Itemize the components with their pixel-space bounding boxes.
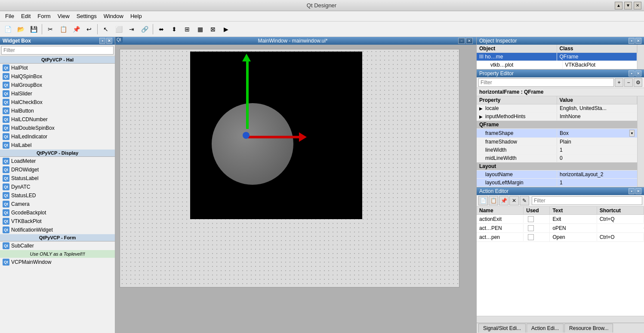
action-edit-btn[interactable]: ✎ [520,196,529,205]
close-btn[interactable]: ✕ [634,2,641,9]
action-row[interactable]: act…PEN oPEN [477,224,644,233]
menu-window[interactable]: Window [100,12,127,20]
property-value-cell[interactable]: 0 [557,154,637,162]
list-item[interactable]: Qt StatusLED [0,191,115,200]
property-float-btn[interactable]: ▪ [629,70,635,76]
menu-file[interactable]: File [2,12,18,20]
menu-help[interactable]: Help [127,12,145,20]
action-new-btn[interactable]: 📄 [478,196,488,205]
designer-minimize-btn[interactable]: − [458,38,465,44]
toolbar-save[interactable]: 💾 [28,23,40,35]
inspector-row[interactable]: III ho…me QFrame [477,53,637,61]
list-item[interactable]: Qt Camera [0,200,115,208]
toolbar-widget-editor[interactable]: ⬜ [113,23,125,35]
action-row[interactable]: act…pen Open Ctrl+O [477,233,644,242]
property-row[interactable]: layoutName horizontalLayout_2 [477,171,637,179]
list-item[interactable]: Qt VTKBackPlot [0,217,115,226]
property-row[interactable]: frameShape Box ▼ [477,129,637,138]
expand-icon[interactable]: ▶ [479,106,484,111]
action-float-btn[interactable]: ▪ [629,188,635,194]
expand-icon[interactable]: ▶ [479,114,484,119]
property-row[interactable]: ▶ locale English, UnitedSta... [477,104,637,113]
menu-edit[interactable]: Edit [18,12,34,20]
list-item[interactable]: Qt DROWidget [0,165,115,174]
action-filter-input[interactable] [532,196,642,205]
vtk-backplot-area[interactable] [190,52,362,219]
menu-form[interactable]: Form [34,12,54,20]
list-item[interactable]: Qt HalLedIndicator [0,132,115,141]
list-item[interactable]: Qt HalSlider [0,89,115,98]
toolbar-layout-break[interactable]: ⊠ [207,23,219,35]
property-configure-btn[interactable]: ⚙ [634,78,642,87]
toolbar-undo[interactable]: ↩ [83,23,95,35]
action-paste-btn[interactable]: 📌 [499,196,508,205]
list-item[interactable]: Qt NotificationWidget [0,226,115,234]
property-row[interactable]: layoutLeftMargin 1 [477,179,637,187]
toolbar-cut[interactable]: ✂ [44,23,56,35]
property-value-cell[interactable]: 1 [557,146,637,154]
toolbar-copy[interactable]: 📋 [57,23,69,35]
menu-view[interactable]: View [54,12,73,20]
toolbar-paste[interactable]: 📌 [70,23,82,35]
toolbar-preview[interactable]: ▶ [220,23,232,35]
list-item[interactable]: Qt HalLCDNumber [0,115,115,124]
inspector-scrollbar[interactable] [637,45,644,69]
tab-resource-browser[interactable]: Resource Brow... [564,324,613,333]
action-close-btn[interactable]: ✕ [635,188,641,194]
property-filter-input[interactable] [478,78,614,87]
designer-canvas-wrapper[interactable] [115,45,476,333]
property-scrollbar[interactable] [637,96,644,187]
property-row[interactable]: frameShadow Plain [477,138,637,146]
list-item[interactable]: Qt HalLabel [0,141,115,150]
restore-btn[interactable]: ▼ [624,2,632,9]
minimize-btn[interactable]: ▲ [615,2,622,9]
list-item[interactable]: Qt HalButton [0,107,115,115]
tab-action-editor[interactable]: Action Edi... [527,324,564,333]
property-close-btn[interactable]: ✕ [635,70,641,76]
list-item[interactable]: Qt HalPlot [0,64,115,72]
toolbar-layout-h[interactable]: ⬌ [155,23,167,35]
inspector-close-btn[interactable]: ✕ [635,38,641,44]
widget-box-float-btn[interactable]: ▪ [99,38,105,44]
list-item[interactable]: Qt StatusLabel [0,174,115,183]
tab-signal-slot[interactable]: Signal/Slot Edi... [478,324,526,333]
menu-settings[interactable]: Settings [73,12,100,20]
inspector-float-btn[interactable]: ▪ [629,38,635,44]
property-value-cell[interactable]: Box ▼ [557,129,637,137]
inspector-row[interactable]: vtkb…plot VTKBackPlot [477,61,637,69]
action-delete-btn[interactable]: ✕ [509,196,519,205]
toolbar-tab-order[interactable]: ⇥ [126,23,138,35]
property-value-cell[interactable]: English, UnitedSta... [557,104,637,112]
action-used-checkbox[interactable] [528,234,534,240]
list-item[interactable]: Qt DynATC [0,183,115,191]
list-item[interactable]: Qt VCPMainWindow [0,258,115,266]
widget-box-close-btn[interactable]: ✕ [106,38,112,44]
list-item[interactable]: Qt HalCheckBox [0,98,115,107]
action-row[interactable]: actionExit Exit Ctrl+Q [477,215,644,224]
property-value-cell[interactable]: ImhNone [557,113,637,120]
designer-close-btn[interactable]: ✕ [466,38,473,44]
toolbar-layout-grid[interactable]: ⊞ [181,23,193,35]
designer-canvas[interactable] [120,49,459,287]
toolbar-pointer[interactable]: ↖ [100,23,112,35]
action-used-checkbox[interactable] [528,225,534,231]
property-row[interactable]: ▶ inputMethodHints ImhNone [477,113,637,121]
toolbar-new[interactable]: 📄 [2,23,14,35]
list-item[interactable]: Qt HalQSpinBox [0,72,115,81]
toolbar-open[interactable]: 📂 [15,23,27,35]
action-scrollbar-h[interactable] [477,316,644,323]
list-item[interactable]: Qt LoadMeter [0,157,115,165]
widget-special-item[interactable]: Use ONLY as a Toplevel!!! [0,250,115,258]
toolbar-layout-v[interactable]: ⬍ [168,23,180,35]
action-copy-btn[interactable]: 📋 [489,196,498,205]
property-add-btn[interactable]: + [615,78,623,87]
dropdown-arrow-icon[interactable]: ▼ [629,130,635,137]
list-item[interactable]: Qt GcodeBackplot [0,208,115,217]
list-item[interactable]: Qt SubCaller [0,241,115,250]
list-item[interactable]: Qt HalGroupBox [0,81,115,89]
property-value-cell[interactable]: horizontalLayout_2 [557,171,637,178]
action-used-checkbox[interactable] [528,216,534,222]
property-value-cell[interactable]: Plain [557,138,637,146]
property-value-cell[interactable]: 1 [557,179,637,186]
list-item[interactable]: Qt HalDoubleSpinBox [0,124,115,132]
